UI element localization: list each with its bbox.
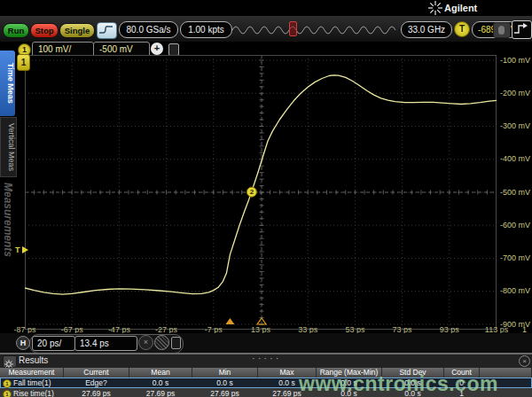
- run-button[interactable]: Run: [3, 23, 29, 38]
- results-close-icon[interactable]: ×: [519, 355, 530, 367]
- tab-time-meas[interactable]: Time Meas: [0, 51, 15, 116]
- add-channel-icon[interactable]: +: [151, 43, 163, 55]
- channel-menu-icon[interactable]: [168, 43, 179, 56]
- sample-rate-readout[interactable]: 80.0 GSa/s: [119, 21, 178, 38]
- y-tick-label: -100 mV: [497, 56, 530, 65]
- trigger-badge[interactable]: T: [454, 21, 470, 37]
- y-tick-label: -300 mV: [497, 121, 530, 130]
- y-tick-label: -800 mV: [497, 286, 530, 295]
- channel1-ground-marker[interactable]: 1: [17, 54, 30, 71]
- waveform-trace: [25, 75, 497, 294]
- results-settings-button[interactable]: [3, 355, 17, 368]
- results-drag-handle[interactable]: ·····: [252, 353, 281, 363]
- oscilloscope-screen: Agilent Run Stop Single 80.0 GSa/s 1.00 …: [0, 0, 532, 397]
- results-column-header[interactable]: Current: [64, 368, 129, 378]
- measurement-value: 27.69 ps: [129, 388, 192, 397]
- edge-trigger-icon: [512, 21, 529, 36]
- y-tick-label: -500 mV: [497, 188, 530, 197]
- tab-vertical-meas[interactable]: Vertical Meas: [0, 117, 17, 177]
- stop-button[interactable]: Stop: [30, 23, 59, 38]
- timebase-scale[interactable]: 20 ps/: [32, 336, 75, 351]
- bandwidth-readout[interactable]: 33.0 GHz: [401, 21, 452, 38]
- measurement-value: Edge?: [64, 378, 129, 388]
- trigger-time-marker[interactable]: [225, 318, 234, 324]
- waveform-display: 2: [25, 55, 497, 330]
- waveform-icon: [98, 23, 114, 36]
- watermark: www.cntronics.com: [299, 372, 498, 396]
- trigger-level-marker-label: T: [15, 245, 20, 254]
- timebase-menu-icon[interactable]: [171, 337, 181, 349]
- y-tick-label: -200 mV: [497, 89, 530, 97]
- measurement-value: 27.69 ps: [64, 388, 129, 397]
- trigger-level-marker[interactable]: T: [15, 245, 29, 255]
- acquisition-preview-squiggle: [232, 20, 399, 38]
- results-column-header[interactable]: Measurement: [0, 368, 64, 378]
- y-tick-label: -600 mV: [497, 221, 530, 230]
- measurement-value: 0.0 s: [129, 378, 192, 388]
- measurement-value: 0.0 s: [192, 378, 257, 388]
- edge-marker-label: 2: [250, 188, 254, 196]
- timebase-reset-icon[interactable]: ×: [138, 335, 153, 350]
- trackball-icon[interactable]: [154, 335, 169, 350]
- measurement-value: 27.69 ps: [192, 388, 257, 397]
- acquisition-position-marker[interactable]: [289, 21, 297, 36]
- agilent-starburst-icon: [428, 1, 442, 15]
- mouse-mode-button[interactable]: [493, 22, 511, 38]
- results-column-header[interactable]: Min: [192, 368, 258, 378]
- edge-trigger-button[interactable]: [512, 20, 532, 39]
- trigger-level-arrow-icon: [22, 246, 28, 253]
- single-button[interactable]: Single: [59, 23, 95, 38]
- horizontal-badge[interactable]: H: [16, 336, 30, 350]
- logo-row: Agilent: [0, 0, 532, 16]
- y-tick-label: -400 mV: [497, 154, 530, 163]
- timebase-delay[interactable]: 13.4 ps: [74, 336, 137, 351]
- memory-depth-readout[interactable]: 1.00 kpts: [180, 21, 232, 38]
- results-title: Results: [19, 355, 48, 365]
- mouse-icon: [498, 26, 505, 35]
- measurements-panel-label: Measurements: [2, 183, 14, 307]
- y-tick-label: -700 mV: [497, 253, 530, 262]
- acquisition-mode-button[interactable]: [97, 22, 117, 39]
- results-column-header[interactable]: Mean: [129, 368, 192, 378]
- brand-name: Agilent: [444, 3, 477, 13]
